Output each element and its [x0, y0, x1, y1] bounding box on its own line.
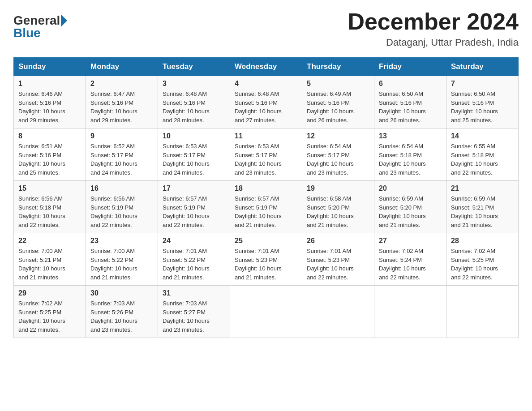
calendar-cell: 31Sunrise: 7:03 AMSunset: 5:27 PMDayligh…: [158, 286, 230, 338]
day-detail: Sunrise: 7:02 AMSunset: 5:25 PMDaylight:…: [451, 247, 514, 282]
day-number: 7: [451, 80, 514, 88]
day-number: 18: [235, 184, 297, 193]
logo-arrow-icon: [61, 14, 67, 27]
day-detail: Sunrise: 6:54 AMSunset: 5:18 PMDaylight:…: [379, 142, 442, 177]
day-detail: Sunrise: 6:59 AMSunset: 5:20 PMDaylight:…: [379, 194, 442, 229]
calendar-cell: 3Sunrise: 6:48 AMSunset: 5:16 PMDaylight…: [158, 76, 230, 128]
calendar-cell: 22Sunrise: 7:00 AMSunset: 5:21 PMDayligh…: [14, 233, 86, 286]
calendar-cell: 14Sunrise: 6:55 AMSunset: 5:18 PMDayligh…: [446, 128, 519, 181]
logo: General Blue: [13, 9, 67, 40]
calendar-cell: 18Sunrise: 6:57 AMSunset: 5:19 PMDayligh…: [230, 181, 302, 233]
calendar-cell: 19Sunrise: 6:58 AMSunset: 5:20 PMDayligh…: [302, 181, 374, 233]
calendar-cell: 21Sunrise: 6:59 AMSunset: 5:21 PMDayligh…: [446, 181, 519, 233]
day-detail: Sunrise: 6:56 AMSunset: 5:19 PMDaylight:…: [90, 194, 153, 229]
calendar-cell: 8Sunrise: 6:51 AMSunset: 5:16 PMDaylight…: [14, 128, 86, 181]
location-title: Dataganj, Uttar Pradesh, India: [348, 37, 519, 48]
day-number: 2: [90, 80, 153, 88]
title-area: December 2024 Dataganj, Uttar Pradesh, I…: [348, 9, 519, 48]
calendar-cell: 24Sunrise: 7:01 AMSunset: 5:22 PMDayligh…: [158, 233, 230, 286]
month-title: December 2024: [348, 9, 519, 34]
calendar-cell: 6Sunrise: 6:50 AMSunset: 5:16 PMDaylight…: [374, 76, 446, 128]
day-detail: Sunrise: 7:00 AMSunset: 5:21 PMDaylight:…: [18, 247, 81, 282]
calendar-cell: 9Sunrise: 6:52 AMSunset: 5:17 PMDaylight…: [86, 128, 158, 181]
day-number: 5: [307, 80, 369, 88]
day-detail: Sunrise: 6:54 AMSunset: 5:17 PMDaylight:…: [307, 142, 369, 177]
day-detail: Sunrise: 6:55 AMSunset: 5:18 PMDaylight:…: [451, 142, 514, 177]
day-detail: Sunrise: 7:02 AMSunset: 5:25 PMDaylight:…: [18, 299, 81, 334]
day-number: 26: [307, 237, 369, 245]
header-tuesday: Tuesday: [158, 58, 230, 76]
day-number: 6: [379, 80, 442, 88]
day-detail: Sunrise: 6:53 AMSunset: 5:17 PMDaylight:…: [235, 142, 297, 177]
calendar-cell: 23Sunrise: 7:00 AMSunset: 5:22 PMDayligh…: [86, 233, 158, 286]
calendar-cell: 30Sunrise: 7:03 AMSunset: 5:26 PMDayligh…: [86, 286, 158, 338]
day-detail: Sunrise: 6:57 AMSunset: 5:19 PMDaylight:…: [163, 194, 225, 229]
day-detail: Sunrise: 6:56 AMSunset: 5:18 PMDaylight:…: [18, 194, 81, 229]
day-number: 15: [18, 184, 81, 193]
calendar-cell: 17Sunrise: 6:57 AMSunset: 5:19 PMDayligh…: [158, 181, 230, 233]
calendar-table: SundayMondayTuesdayWednesdayThursdayFrid…: [13, 57, 519, 338]
week-row-1: 1Sunrise: 6:46 AMSunset: 5:16 PMDaylight…: [14, 76, 519, 128]
day-number: 28: [451, 237, 514, 245]
day-number: 27: [379, 237, 442, 245]
day-number: 22: [18, 237, 81, 245]
header-saturday: Saturday: [446, 58, 519, 76]
day-detail: Sunrise: 6:51 AMSunset: 5:16 PMDaylight:…: [18, 142, 81, 177]
day-number: 31: [163, 289, 225, 297]
day-number: 13: [379, 132, 442, 140]
day-detail: Sunrise: 7:01 AMSunset: 5:22 PMDaylight:…: [163, 247, 225, 282]
calendar-cell: 16Sunrise: 6:56 AMSunset: 5:19 PMDayligh…: [86, 181, 158, 233]
day-number: 29: [18, 289, 81, 297]
calendar-cell: 7Sunrise: 6:50 AMSunset: 5:16 PMDaylight…: [446, 76, 519, 128]
logo-blue: Blue: [13, 26, 41, 40]
calendar-cell: [302, 286, 374, 338]
day-detail: Sunrise: 6:49 AMSunset: 5:16 PMDaylight:…: [307, 90, 369, 124]
day-number: 24: [163, 237, 225, 245]
week-row-4: 22Sunrise: 7:00 AMSunset: 5:21 PMDayligh…: [14, 233, 519, 286]
day-number: 17: [163, 184, 225, 193]
day-number: 12: [307, 132, 369, 140]
calendar-cell: 13Sunrise: 6:54 AMSunset: 5:18 PMDayligh…: [374, 128, 446, 181]
day-detail: Sunrise: 6:48 AMSunset: 5:16 PMDaylight:…: [235, 90, 297, 124]
day-detail: Sunrise: 6:59 AMSunset: 5:21 PMDaylight:…: [451, 194, 514, 229]
day-number: 21: [451, 184, 514, 193]
calendar-cell: 1Sunrise: 6:46 AMSunset: 5:16 PMDaylight…: [14, 76, 86, 128]
day-number: 14: [451, 132, 514, 140]
calendar-cell: 27Sunrise: 7:02 AMSunset: 5:24 PMDayligh…: [374, 233, 446, 286]
day-number: 3: [163, 80, 225, 88]
calendar-cell: 25Sunrise: 7:01 AMSunset: 5:23 PMDayligh…: [230, 233, 302, 286]
day-number: 23: [90, 237, 153, 245]
day-number: 25: [235, 237, 297, 245]
week-row-3: 15Sunrise: 6:56 AMSunset: 5:18 PMDayligh…: [14, 181, 519, 233]
week-row-5: 29Sunrise: 7:02 AMSunset: 5:25 PMDayligh…: [14, 286, 519, 338]
header-row: SundayMondayTuesdayWednesdayThursdayFrid…: [14, 58, 519, 76]
header-monday: Monday: [86, 58, 158, 76]
calendar-cell: [446, 286, 519, 338]
week-row-2: 8Sunrise: 6:51 AMSunset: 5:16 PMDaylight…: [14, 128, 519, 181]
header-sunday: Sunday: [14, 58, 86, 76]
calendar-cell: 11Sunrise: 6:53 AMSunset: 5:17 PMDayligh…: [230, 128, 302, 181]
day-detail: Sunrise: 6:57 AMSunset: 5:19 PMDaylight:…: [235, 194, 297, 229]
page-header: General Blue December 2024 Dataganj, Utt…: [13, 9, 519, 48]
day-number: 19: [307, 184, 369, 193]
calendar-cell: 12Sunrise: 6:54 AMSunset: 5:17 PMDayligh…: [302, 128, 374, 181]
header-thursday: Thursday: [302, 58, 374, 76]
day-detail: Sunrise: 6:50 AMSunset: 5:16 PMDaylight:…: [451, 90, 514, 124]
day-detail: Sunrise: 6:50 AMSunset: 5:16 PMDaylight:…: [379, 90, 442, 124]
day-number: 16: [90, 184, 153, 193]
day-number: 4: [235, 80, 297, 88]
calendar-cell: 26Sunrise: 7:01 AMSunset: 5:23 PMDayligh…: [302, 233, 374, 286]
calendar-cell: 28Sunrise: 7:02 AMSunset: 5:25 PMDayligh…: [446, 233, 519, 286]
day-number: 1: [18, 80, 81, 88]
calendar-cell: 20Sunrise: 6:59 AMSunset: 5:20 PMDayligh…: [374, 181, 446, 233]
day-number: 10: [163, 132, 225, 140]
calendar-cell: 10Sunrise: 6:53 AMSunset: 5:17 PMDayligh…: [158, 128, 230, 181]
calendar-cell: [374, 286, 446, 338]
calendar-cell: 2Sunrise: 6:47 AMSunset: 5:16 PMDaylight…: [86, 76, 158, 128]
day-number: 9: [90, 132, 153, 140]
day-number: 11: [235, 132, 297, 140]
calendar-cell: 15Sunrise: 6:56 AMSunset: 5:18 PMDayligh…: [14, 181, 86, 233]
header-friday: Friday: [374, 58, 446, 76]
calendar-cell: 29Sunrise: 7:02 AMSunset: 5:25 PMDayligh…: [14, 286, 86, 338]
day-detail: Sunrise: 6:52 AMSunset: 5:17 PMDaylight:…: [90, 142, 153, 177]
